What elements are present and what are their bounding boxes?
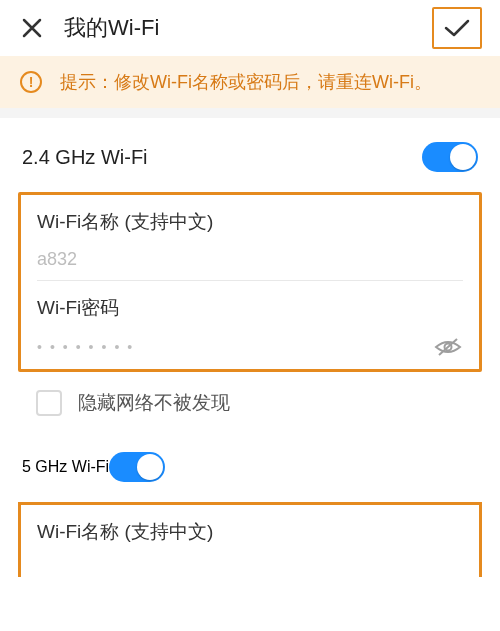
toggle-knob <box>450 144 476 170</box>
wifi24-password-field: Wi-Fi密码 •••••••• <box>21 281 479 369</box>
hide-ssid-checkbox[interactable] <box>36 390 62 416</box>
wifi24-card: Wi-Fi名称 (支持中文) Wi-Fi密码 •••••••• <box>18 192 482 372</box>
tip-text: 提示：修改Wi-Fi名称或密码后，请重连Wi-Fi。 <box>60 70 432 94</box>
confirm-button[interactable] <box>432 7 482 49</box>
warning-icon: ! <box>20 71 42 93</box>
wifi24-password-label: Wi-Fi密码 <box>37 295 463 321</box>
wifi5-title: 5 GHz Wi-Fi <box>22 458 109 476</box>
page-title: 我的Wi-Fi <box>64 13 159 43</box>
close-icon <box>21 17 43 39</box>
wifi24-toggle[interactable] <box>422 142 478 172</box>
wifi24-password-input[interactable]: •••••••• <box>37 339 433 355</box>
hide-ssid-row[interactable]: 隐藏网络不被发现 <box>0 372 500 440</box>
close-button[interactable] <box>18 14 46 42</box>
toggle-knob <box>137 454 163 480</box>
wifi24-name-label: Wi-Fi名称 (支持中文) <box>37 209 463 235</box>
wifi24-row: 2.4 GHz Wi-Fi <box>0 118 500 192</box>
hide-ssid-label: 隐藏网络不被发现 <box>78 390 230 416</box>
wifi5-name-label: Wi-Fi名称 (支持中文) <box>37 519 463 545</box>
eye-off-icon <box>433 335 463 359</box>
wifi5-card: Wi-Fi名称 (支持中文) <box>18 502 482 577</box>
wifi-settings-screen: 我的Wi-Fi ! 提示：修改Wi-Fi名称或密码后，请重连Wi-Fi。 2.4… <box>0 0 500 631</box>
header: 我的Wi-Fi <box>0 0 500 56</box>
show-password-button[interactable] <box>433 335 463 359</box>
wifi5-name-field: Wi-Fi名称 (支持中文) <box>21 505 479 577</box>
wifi5-toggle[interactable] <box>109 452 165 482</box>
section-gap <box>0 108 500 118</box>
wifi24-title: 2.4 GHz Wi-Fi <box>22 146 148 169</box>
tip-banner: ! 提示：修改Wi-Fi名称或密码后，请重连Wi-Fi。 <box>0 56 500 108</box>
wifi5-row: 5 GHz Wi-Fi <box>0 440 500 502</box>
check-icon <box>443 17 471 39</box>
wifi24-name-field: Wi-Fi名称 (支持中文) <box>21 195 479 280</box>
wifi24-name-input[interactable] <box>37 249 463 270</box>
